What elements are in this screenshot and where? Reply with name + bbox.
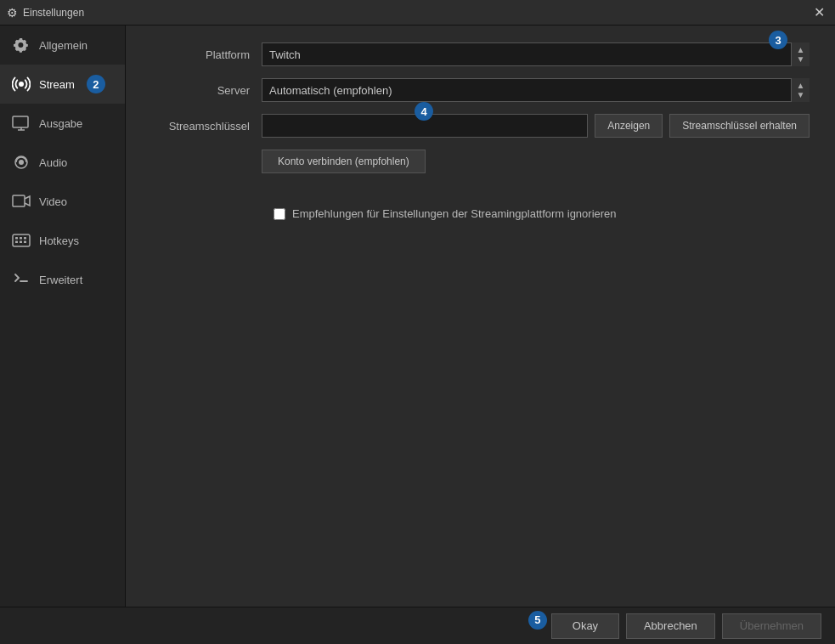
platform-badge: 3 xyxy=(769,31,787,49)
hotkeys-icon xyxy=(12,231,31,250)
app-icon: ⚙ xyxy=(7,6,18,20)
show-key-button[interactable]: Anzeigen xyxy=(595,114,663,138)
video-icon xyxy=(12,192,31,211)
close-button[interactable]: ✕ xyxy=(810,6,828,20)
stream-key-label: Streamschlüssel xyxy=(151,120,262,133)
footer-badge: 5 xyxy=(528,611,547,630)
svg-rect-10 xyxy=(24,237,26,240)
sidebar-item-ausgabe[interactable]: Ausgabe xyxy=(0,104,125,143)
svg-rect-12 xyxy=(20,241,22,244)
sidebar-item-stream[interactable]: Stream 2 xyxy=(0,65,125,104)
sidebar-item-allgemein-label: Allgemein xyxy=(39,39,87,52)
sidebar-item-ausgabe-label: Ausgabe xyxy=(39,117,82,130)
connect-button[interactable]: Konto verbinden (empfohlen) xyxy=(262,150,426,173)
sidebar-item-erweitert[interactable]: Erweitert xyxy=(0,260,125,299)
footer: 5 Okay Abbrechen Übernehmen xyxy=(0,607,835,644)
stream-key-row: Streamschlüssel 4 Anzeigen Streamschlüss… xyxy=(151,114,810,138)
ignore-recommendations-checkbox[interactable] xyxy=(274,208,285,220)
advanced-icon xyxy=(12,270,31,289)
sidebar-item-stream-label: Stream xyxy=(39,78,75,91)
stream-icon xyxy=(12,75,31,93)
sidebar-item-audio[interactable]: Audio xyxy=(0,143,125,182)
ignore-recommendations-label[interactable]: Empfehlungen für Einstellungen der Strea… xyxy=(292,207,617,220)
sidebar-item-hotkeys[interactable]: Hotkeys xyxy=(0,221,125,260)
platform-select[interactable]: Twitch xyxy=(262,42,810,66)
title-bar: ⚙ Einstellungen ✕ xyxy=(0,0,835,25)
stream-key-badge: 4 xyxy=(415,102,433,121)
connect-row: Konto verbinden (empfohlen) xyxy=(151,150,810,173)
svg-point-5 xyxy=(19,160,24,165)
svg-rect-9 xyxy=(20,237,22,240)
okay-button[interactable]: Okay xyxy=(551,613,619,639)
gear-icon xyxy=(12,36,31,54)
sidebar-item-audio-label: Audio xyxy=(39,156,67,169)
sidebar: Allgemein Stream 2 xyxy=(0,25,126,607)
svg-point-0 xyxy=(19,82,24,87)
window-title: Einstellungen xyxy=(23,7,84,19)
server-label: Server xyxy=(151,84,262,97)
svg-rect-13 xyxy=(24,241,26,244)
sidebar-item-allgemein[interactable]: Allgemein xyxy=(0,25,125,65)
platform-label: Plattform xyxy=(151,48,262,61)
svg-rect-8 xyxy=(15,237,18,240)
svg-rect-11 xyxy=(15,241,18,244)
content-area: Plattform 3 Twitch ▲▼ Server Automatisch… xyxy=(126,25,835,607)
audio-icon xyxy=(12,153,31,172)
server-select[interactable]: Automatisch (empfohlen) xyxy=(262,78,810,102)
sidebar-item-video[interactable]: Video xyxy=(0,182,125,221)
cancel-button[interactable]: Abbrechen xyxy=(626,613,715,639)
checkbox-row: Empfehlungen für Einstellungen der Strea… xyxy=(151,207,810,220)
server-row: Server Automatisch (empfohlen) ▲▼ xyxy=(151,78,810,102)
sidebar-item-erweitert-label: Erweitert xyxy=(39,274,82,286)
output-icon xyxy=(12,114,31,133)
svg-rect-6 xyxy=(13,195,25,206)
get-key-button[interactable]: Streamschlüssel erhalten xyxy=(669,114,810,138)
platform-row: Plattform 3 Twitch ▲▼ xyxy=(151,42,810,66)
stream-badge: 2 xyxy=(87,75,105,93)
sidebar-item-hotkeys-label: Hotkeys xyxy=(39,234,79,247)
svg-rect-7 xyxy=(13,234,30,246)
apply-button[interactable]: Übernehmen xyxy=(722,613,821,639)
sidebar-item-video-label: Video xyxy=(39,195,67,208)
svg-rect-1 xyxy=(13,116,28,127)
